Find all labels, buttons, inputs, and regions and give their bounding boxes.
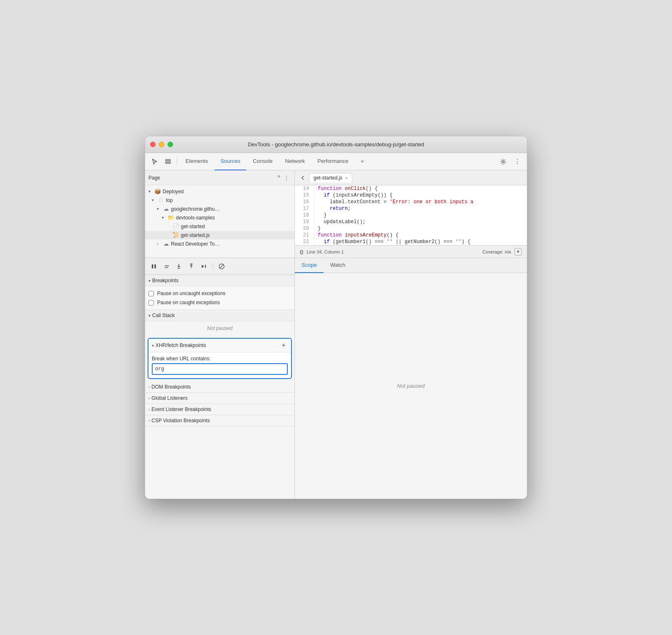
panel-more-btn[interactable]: ⋮ (282, 173, 291, 182)
file-tree: ▾ 📦 Deployed ▾ □ top ▾ ☁ googlechrome (145, 185, 294, 258)
tree-top[interactable]: ▾ □ top (145, 196, 294, 204)
tab-bar: Elements Sources Console Network Perform… (145, 153, 527, 170)
scope-tabs: Scope Watch (295, 258, 527, 273)
code-editor-panel: get-started.js × 14 function onClick() {… (295, 170, 527, 258)
tab-elements[interactable]: Elements (180, 153, 214, 170)
tree-get-started[interactable]: ▾ 📄 get-started (145, 222, 294, 231)
tab-more[interactable]: » (355, 153, 370, 170)
line-content-21: function inputsAreEmpty() { (314, 232, 527, 239)
traffic-lights (150, 142, 173, 147)
step-into-btn[interactable] (173, 261, 184, 272)
line-content-18: } (314, 212, 527, 219)
tab-separator (177, 158, 177, 166)
main-area: Page » ⋮ ▾ 📦 Deployed ▾ (145, 170, 527, 499)
close-button[interactable] (150, 142, 156, 147)
pause-uncaught-item[interactable]: Pause on uncaught exceptions (148, 289, 291, 298)
panel-header: Page » ⋮ (145, 170, 294, 185)
xhr-content: Break when URL contains: (148, 352, 291, 378)
line-content-15: if (inputsAreEmpty()) { (314, 192, 527, 199)
tab-watch[interactable]: Watch (324, 258, 352, 273)
more-label: » (277, 173, 280, 182)
svg-rect-0 (166, 160, 170, 161)
code-line-18: 18 } (295, 212, 527, 219)
bracket-icon: {} (300, 249, 304, 254)
csp-arrow-icon: › (148, 418, 150, 423)
deactivate-btn[interactable] (216, 261, 227, 272)
debugger-toolbar (145, 258, 294, 275)
pause-caught-item[interactable]: Pause on caught exceptions (148, 298, 291, 307)
step-out-btn[interactable] (186, 261, 197, 272)
deployed-icon: 📦 (154, 188, 161, 194)
csp-violation-section[interactable]: › CSP Violation Breakpoints (145, 415, 294, 426)
code-line-15: 15 if (inputsAreEmpty()) { (295, 192, 527, 199)
pause-btn[interactable] (148, 261, 159, 272)
scope-content: Not paused (295, 273, 527, 499)
line-num-17: 17 (295, 205, 314, 212)
line-num-22: 22 (295, 239, 314, 245)
devtools-samples-label: devtools-samples (176, 215, 215, 221)
scope-not-paused-text: Not paused (397, 383, 425, 389)
event-arrow-icon: › (148, 407, 150, 412)
maximize-button[interactable] (168, 142, 173, 147)
svg-rect-3 (152, 264, 153, 268)
call-stack-section-header[interactable]: ▾ Call Stack (145, 310, 294, 321)
code-line-20: 20 } (295, 225, 527, 232)
deployed-label: Deployed (163, 189, 184, 194)
tab-network[interactable]: Network (279, 153, 311, 170)
debugger-sections: ▾ Breakpoints Pause on uncaught exceptio… (145, 275, 294, 499)
event-listener-label: Event Listener Breakpoints (151, 406, 211, 412)
more-dots-icon: ⋮ (514, 158, 521, 165)
tree-googlechrome[interactable]: ▾ ☁ googlechrome.githu… (145, 204, 294, 213)
more-options-btn[interactable]: ⋮ (511, 155, 524, 168)
tab-scope[interactable]: Scope (295, 258, 324, 273)
dom-breakpoints-section[interactable]: › DOM Breakpoints (145, 381, 294, 393)
step-btn[interactable] (198, 261, 209, 272)
editor-tab-close-btn[interactable]: × (345, 175, 347, 180)
code-editor[interactable]: 14 function onClick() { 15 if (inputsAre… (295, 185, 527, 245)
svg-rect-4 (155, 264, 156, 268)
pause-caught-checkbox[interactable] (148, 300, 154, 305)
googlechrome-arrow-icon: ▾ (157, 207, 161, 211)
tree-get-started-js[interactable]: ▾ 📜 get-started.js (145, 231, 294, 239)
settings-btn[interactable] (497, 155, 509, 168)
layers-icon-btn[interactable] (162, 155, 174, 168)
react-devtools-label: React Developer To… (171, 241, 220, 247)
top-folder-icon: □ (158, 197, 164, 203)
global-listeners-section[interactable]: › Global Listeners (145, 393, 294, 404)
js-file-icon: 📜 (173, 232, 179, 238)
tree-deployed[interactable]: ▾ 📦 Deployed (145, 187, 294, 196)
call-stack-not-paused: Not paused (145, 321, 294, 335)
tab-sources[interactable]: Sources (215, 153, 246, 170)
panel-title: Page (148, 175, 277, 181)
cloud2-icon: ☁ (163, 241, 169, 247)
editor-tab-label: get-started.js (314, 175, 342, 181)
tab-nav-back-btn[interactable] (298, 173, 307, 182)
editor-tab-get-started-js[interactable]: get-started.js × (309, 173, 352, 182)
pause-uncaught-checkbox[interactable] (148, 291, 154, 296)
breakpoints-label: Breakpoints (152, 278, 178, 283)
coverage-label: Coverage: n/a (482, 249, 511, 254)
coverage-drawer-btn[interactable]: ▼ (514, 248, 522, 256)
tree-devtools-samples[interactable]: ▾ 📁 devtools-samples (145, 213, 294, 222)
breakpoints-section-header[interactable]: ▾ Breakpoints (145, 275, 294, 286)
event-listener-section[interactable]: › Event Listener Breakpoints (145, 404, 294, 415)
xhr-add-btn[interactable]: + (279, 341, 288, 349)
bottom-section: ▾ Breakpoints Pause on uncaught exceptio… (145, 258, 527, 499)
line-num-15: 15 (295, 192, 314, 199)
cloud-icon: ☁ (163, 206, 169, 212)
dom-breakpoints-label: DOM Breakpoints (151, 384, 191, 390)
xhr-header[interactable]: ▾ XHR/fetch Breakpoints + (148, 339, 291, 352)
pause-uncaught-label: Pause on uncaught exceptions (157, 290, 225, 296)
csp-label: CSP Violation Breakpoints (151, 418, 210, 423)
googlechrome-label: googlechrome.githu… (171, 206, 220, 212)
tab-console[interactable]: Console (247, 153, 279, 170)
code-line-17: 17 return; (295, 205, 527, 212)
code-line-16: 16 label.textContent = 'Error: one or bo… (295, 199, 527, 205)
tree-react-devtools[interactable]: › ☁ React Developer To… (145, 239, 294, 248)
cursor-icon-btn[interactable] (148, 155, 161, 168)
minimize-button[interactable] (159, 142, 164, 147)
step-over-btn[interactable] (161, 261, 172, 272)
line-content-17: return; (314, 205, 527, 212)
tab-performance[interactable]: Performance (311, 153, 354, 170)
xhr-url-input[interactable] (152, 363, 288, 375)
